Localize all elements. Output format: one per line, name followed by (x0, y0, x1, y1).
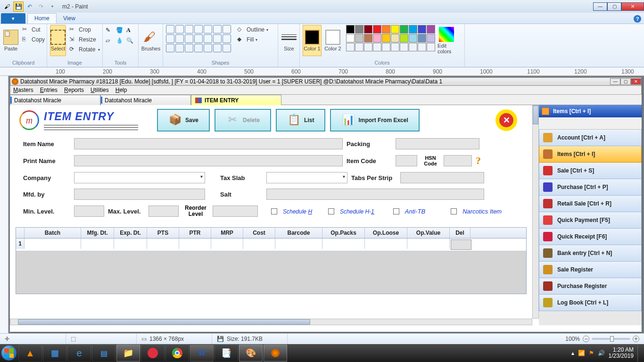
app-tab-item-entry[interactable]: ITEM ENTRY (191, 95, 281, 105)
start-button[interactable] (0, 344, 18, 362)
input-mfd-by[interactable] (74, 189, 205, 200)
brushes-button[interactable]: 🖌Brushes (141, 25, 160, 56)
tray-network-icon[interactable]: 📶 (578, 350, 585, 356)
side-item-8[interactable]: Sale Register (539, 262, 642, 278)
taskbar-pharmacy[interactable] (264, 345, 287, 362)
eraser-tool-icon[interactable]: ▱ (106, 37, 115, 47)
text-tool-icon[interactable]: A (126, 27, 136, 36)
input-salt[interactable] (266, 189, 484, 200)
label-schedule-h1[interactable]: Schedule H-1 (340, 208, 374, 215)
fill-shape-button[interactable]: ◆Fill▾ (236, 35, 270, 44)
form-close-button[interactable]: ✕ (495, 109, 517, 131)
help-hsn-icon[interactable]: ? (476, 155, 481, 167)
grid-col-5[interactable]: PTR (179, 228, 211, 238)
select-button[interactable]: Select (50, 25, 66, 56)
pharmacy-maximize[interactable]: ▢ (620, 78, 631, 85)
tray-expand-icon[interactable]: ▴ (571, 350, 574, 356)
menu-help[interactable]: Help (116, 87, 127, 93)
input-min-level[interactable] (74, 206, 104, 217)
resize-button[interactable]: ⇲Resize (68, 35, 101, 44)
grid-cell-1[interactable] (25, 239, 81, 249)
grid-cell-11[interactable] (407, 239, 450, 249)
menu-reports[interactable]: Reports (64, 87, 84, 93)
color-palette-row2[interactable] (346, 34, 435, 42)
grid-col-2[interactable]: Mfg. Dt. (81, 228, 114, 238)
color-palette-row3[interactable] (346, 43, 435, 51)
combo-tax-slab[interactable] (266, 172, 347, 183)
cut-button[interactable]: ✂Cut (21, 25, 46, 34)
size-button[interactable]: Size (281, 25, 297, 56)
checkbox-schedule-h1[interactable] (328, 208, 334, 214)
input-packing[interactable] (396, 138, 479, 149)
input-item-code[interactable] (396, 155, 417, 166)
paste-button[interactable]: 📋Paste (3, 25, 19, 56)
minimize-button[interactable]: — (593, 2, 607, 11)
help-icon[interactable]: ? (634, 15, 641, 23)
grid-col-10[interactable]: Op.Loose (365, 228, 407, 238)
input-reorder[interactable] (213, 206, 258, 217)
side-item-7[interactable]: Bank entry [Ctrl + N] (539, 245, 642, 262)
picker-tool-icon[interactable]: 💧 (116, 37, 125, 47)
label-narcotics[interactable]: Narcotics Item (462, 208, 502, 215)
show-desktop-button[interactable] (637, 345, 642, 362)
file-tab[interactable]: ▾ (1, 13, 25, 24)
qat-save-icon[interactable]: 💾 (13, 1, 24, 12)
input-max-level[interactable] (149, 206, 179, 217)
pharmacy-close[interactable]: ✕ (631, 78, 641, 85)
copy-button[interactable]: ⎘Copy (21, 35, 46, 44)
zoom-slider[interactable] (592, 338, 630, 340)
tray-shield-icon[interactable]: ⚑ (589, 350, 594, 356)
side-item-2[interactable]: Sale [Ctrl + S] (539, 163, 642, 179)
qat-customize-icon[interactable]: ▾ (47, 1, 58, 12)
grid-col-6[interactable]: MRP (211, 228, 243, 238)
input-hsn[interactable] (444, 155, 472, 166)
label-anti-tb[interactable]: Anti-TB (405, 208, 425, 215)
checkbox-anti-tb[interactable] (393, 208, 399, 214)
list-button[interactable]: 📋List (276, 109, 325, 132)
color1-button[interactable]: Color 1 (303, 25, 322, 56)
color2-button[interactable]: Color 2 (323, 25, 342, 56)
pharmacy-minimize[interactable]: — (610, 78, 620, 85)
grid-cell-5[interactable] (179, 239, 211, 249)
input-tabs-per-strip[interactable] (400, 172, 484, 183)
side-item-5[interactable]: Quick Payment [F5] (539, 212, 642, 229)
input-item-name[interactable] (74, 138, 343, 149)
close-button[interactable]: ✕ (621, 2, 644, 11)
grid-col-3[interactable]: Exp. Dt. (114, 228, 147, 238)
tray-volume-icon[interactable]: 🔊 (598, 350, 605, 356)
taskbar-explorer[interactable]: 📁 (116, 345, 140, 362)
delete-button[interactable]: ✂Delete (215, 109, 271, 132)
side-item-6[interactable]: Quick Receipt [F6] (539, 229, 642, 245)
label-schedule-h[interactable]: Schedule H (283, 208, 312, 215)
content-scrollbar-vertical[interactable] (532, 105, 539, 319)
combo-company[interactable] (74, 172, 205, 183)
grid-cell-6[interactable] (211, 239, 243, 249)
app-tab-0[interactable]: Datotahost Miracle (10, 95, 100, 105)
input-print-name[interactable] (74, 155, 343, 166)
grid-col-12[interactable]: Del (450, 228, 471, 238)
taskbar-ie[interactable]: e (67, 345, 91, 362)
outline-button[interactable]: ◇Outline▾ (236, 25, 270, 34)
grid-cell-8[interactable] (275, 239, 322, 249)
grid-cell-7[interactable] (243, 239, 275, 249)
grid-col-0[interactable] (16, 228, 25, 238)
crop-button[interactable]: ✂Crop (68, 25, 101, 34)
zoom-out-button[interactable]: − (583, 336, 589, 342)
side-item-9[interactable]: Purchase Register (539, 278, 642, 295)
checkbox-narcotics[interactable] (451, 208, 457, 214)
paint-canvas[interactable]: Datotahost Miracle Pharmacy #181218 [Edu… (10, 77, 642, 332)
grid-cell-3[interactable] (114, 239, 147, 249)
shapes-gallery[interactable] (166, 25, 231, 52)
tab-home[interactable]: Home (27, 13, 57, 24)
grid-cell-10[interactable] (365, 239, 407, 249)
side-item-0[interactable]: Account [Ctrl + A] (539, 130, 642, 146)
app-tab-1[interactable]: Datotahost Miracle (100, 95, 191, 105)
side-item-3[interactable]: Purchase [Ctrl + P] (539, 179, 642, 196)
grid-col-4[interactable]: PTS (147, 228, 179, 238)
taskbar-app2[interactable]: ▤ (92, 345, 116, 362)
grid-cell-2[interactable] (81, 239, 114, 249)
side-item-1[interactable]: Items [Ctrl + I] (539, 146, 642, 163)
tray-clock[interactable]: 1:20 AM1/23/2019 (609, 347, 634, 359)
qat-undo-icon[interactable]: ↶ (25, 1, 35, 12)
taskbar-app1[interactable]: ▦ (43, 345, 66, 362)
